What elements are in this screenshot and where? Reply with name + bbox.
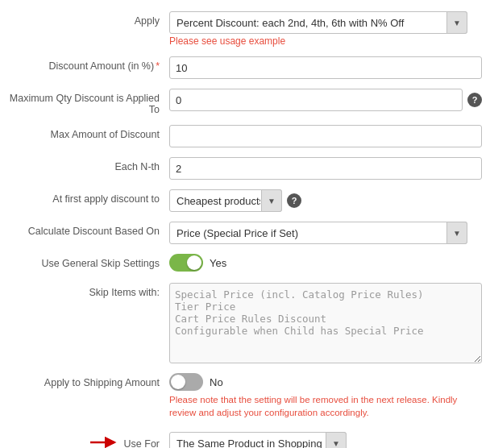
first-apply-select[interactable]: Cheapest products: [169, 189, 282, 212]
max-amount-label: Max Amount of Discount: [8, 125, 169, 140]
skip-items-textarea[interactable]: [169, 283, 482, 363]
calculate-based-row: Calculate Discount Based On Price (Speci…: [0, 217, 490, 249]
skip-items-row: Skip Items with:: [0, 278, 490, 368]
skip-items-label: Skip Items with:: [8, 283, 169, 298]
use-general-skip-value: Yes: [210, 257, 226, 269]
apply-shipping-toggle-thumb: [171, 375, 185, 389]
use-for-label: Use For: [8, 432, 169, 448]
red-arrow-svg: [90, 436, 119, 448]
toggle-thumb: [187, 255, 201, 270]
first-apply-control-wrap: Cheapest products ▼ ?: [169, 189, 482, 212]
max-qty-help-icon[interactable]: ?: [467, 93, 482, 107]
use-for-control-wrap: The Same Product in Shopping Cart ▼: [169, 432, 482, 448]
first-apply-select-wrap[interactable]: Cheapest products ▼: [169, 189, 282, 212]
apply-shipping-label: Apply to Shipping Amount: [8, 373, 169, 388]
each-nth-label: Each N-th: [8, 157, 169, 172]
apply-label: Apply: [8, 11, 169, 27]
max-amount-control-wrap: [169, 125, 482, 147]
calculate-based-label: Calculate Discount Based On: [8, 222, 169, 237]
use-general-skip-control-wrap: Yes: [169, 254, 482, 272]
shipping-warning-text: Please note that the setting will be rem…: [169, 393, 475, 419]
use-for-select-wrap[interactable]: The Same Product in Shopping Cart ▼: [169, 432, 347, 448]
skip-items-control-wrap: [169, 283, 482, 363]
use-for-row: Use For The Same Product in Shopping Car…: [0, 427, 490, 448]
calculate-based-select[interactable]: Price (Special Price if Set): [169, 222, 467, 244]
apply-shipping-toggle[interactable]: [169, 373, 203, 391]
max-qty-input[interactable]: [169, 89, 463, 111]
apply-select-wrap[interactable]: Percent Discount: each 2nd, 4th, 6th wit…: [169, 11, 467, 34]
first-apply-label: At first apply discount to: [8, 189, 169, 205]
apply-shipping-row: Apply to Shipping Amount No Please note …: [0, 368, 490, 424]
use-general-skip-label: Use General Skip Settings: [8, 254, 169, 269]
discount-amount-row: Discount Amount (in %)*: [0, 52, 490, 84]
use-general-skip-toggle-wrap: Yes: [169, 254, 482, 272]
apply-select[interactable]: Percent Discount: each 2nd, 4th, 6th wit…: [169, 11, 467, 34]
usage-example-link[interactable]: Please see usage example: [169, 35, 482, 47]
use-general-skip-row: Use General Skip Settings Yes: [0, 249, 490, 278]
apply-row: Apply Percent Discount: each 2nd, 4th, 6…: [0, 6, 490, 52]
each-nth-input[interactable]: [169, 157, 482, 180]
max-qty-control-row: ?: [169, 89, 482, 111]
max-qty-label: Maximum Qty Discount is Applied To: [8, 89, 169, 115]
calculate-based-select-wrap[interactable]: Price (Special Price if Set) ▼: [169, 222, 467, 244]
each-nth-control-wrap: [169, 157, 482, 180]
first-apply-control-row: Cheapest products ▼ ?: [169, 189, 482, 212]
apply-shipping-control-wrap: No Please note that the setting will be …: [169, 373, 482, 419]
use-for-arrow-icon: [90, 436, 119, 448]
apply-shipping-toggle-wrap: No: [169, 373, 482, 391]
apply-control-wrap: Percent Discount: each 2nd, 4th, 6th wit…: [169, 11, 482, 47]
each-nth-row: Each N-th: [0, 152, 490, 185]
discount-amount-label: Discount Amount (in %)*: [8, 56, 169, 72]
max-qty-control-wrap: ?: [169, 89, 482, 111]
use-for-select[interactable]: The Same Product in Shopping Cart: [169, 432, 347, 448]
max-qty-row: Maximum Qty Discount is Applied To ?: [0, 84, 490, 120]
discount-amount-control-wrap: [169, 56, 482, 79]
apply-control-row: Percent Discount: each 2nd, 4th, 6th wit…: [169, 11, 482, 34]
calculate-based-control-wrap: Price (Special Price if Set) ▼: [169, 222, 482, 244]
use-general-skip-toggle[interactable]: [169, 254, 203, 272]
max-amount-row: Max Amount of Discount: [0, 120, 490, 152]
first-apply-help-icon[interactable]: ?: [287, 193, 301, 208]
discount-amount-input[interactable]: [169, 56, 482, 79]
first-apply-row: At first apply discount to Cheapest prod…: [0, 185, 490, 217]
max-amount-input[interactable]: [169, 125, 482, 147]
apply-shipping-value: No: [210, 376, 223, 388]
